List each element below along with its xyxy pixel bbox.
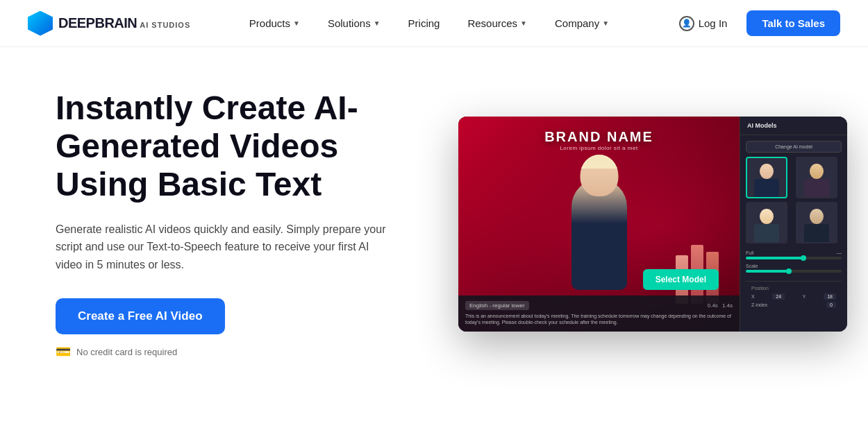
nav-products[interactable]: Products ▼ [238,12,311,35]
hero-description: Generate realistic AI videos quickly and… [56,221,389,274]
chevron-down-icon: ▼ [293,19,300,27]
talk-to-sales-button[interactable]: Talk to Sales [746,10,840,36]
position-section-title: Position [751,286,836,291]
logo-sub: AI STUDIOS [140,21,190,29]
select-model-button[interactable]: Select Model [643,269,719,290]
script-preview-text: This is an announcement about today's me… [465,313,733,327]
position-section: Position X 24 Y 18 Z-index 0 [746,281,842,314]
position-x-value: 24 [772,293,785,300]
model-thumb-2[interactable] [796,157,837,198]
logo-icon [28,11,53,36]
no-credit-card-notice: 💳 No credit card is required [56,344,417,359]
model-thumb-3[interactable] [746,202,787,243]
nav-company[interactable]: Company ▼ [544,12,620,35]
full-slider-row: Full — [746,250,842,259]
scale-slider-row: Scale [746,264,842,273]
scale-slider-track[interactable] [746,270,842,273]
nav-actions: 👤 Log In Talk to Sales [668,10,840,37]
navbar: DEEPBRAIN AI STUDIOS Products ▼ Solution… [0,0,868,47]
change-ai-model-button[interactable]: Change AI model [746,141,842,153]
login-button[interactable]: 👤 Log In [668,10,739,37]
chevron-down-icon: ▼ [602,19,609,27]
brand-name-overlay: BRAND NAME Lorem ipsum dolor sit a met [544,129,653,151]
video-bottom-bar: English - regular lower 0.4s 1.4s This i… [458,295,740,332]
hero-title: Instantly Create AI-Generated Videos Usi… [56,89,417,204]
logo: DEEPBRAIN AI STUDIOS [28,11,190,36]
language-label: English - regular lower [465,301,529,310]
nav-links: Products ▼ Solutions ▼ Pricing Resources… [238,12,620,35]
hero-screenshot: BRAND NAME Lorem ipsum dolor sit a met [458,117,847,332]
chevron-down-icon: ▼ [520,19,527,27]
ai-models-panel: AI Models Change AI model [740,117,847,332]
panel-title: AI Models [747,122,840,129]
nav-resources[interactable]: Resources ▼ [456,12,538,35]
model-thumb-4[interactable] [796,202,837,243]
credit-card-icon: 💳 [56,344,71,359]
hero-text: Instantly Create AI-Generated Videos Usi… [56,89,417,359]
time-display: 0.4s 1.4s [708,302,733,309]
model-grid [746,157,842,243]
brand-sub-text: Lorem ipsum dolor sit a met [544,145,653,151]
product-screenshot: BRAND NAME Lorem ipsum dolor sit a met [458,117,847,332]
brand-name-text: BRAND NAME [544,129,653,145]
user-icon: 👤 [679,16,694,31]
nav-pricing[interactable]: Pricing [397,12,451,35]
video-preview-area: BRAND NAME Lorem ipsum dolor sit a met [458,117,740,332]
ai-model-figure [558,179,641,304]
position-y-value: 18 [824,293,836,300]
create-free-video-button[interactable]: Create a Free AI Video [56,298,225,334]
sliders-section: Full — Scale [746,250,842,277]
z-index-value: 0 [826,302,836,308]
nav-solutions[interactable]: Solutions ▼ [317,12,392,35]
model-thumb-1[interactable] [746,157,787,198]
full-slider-track[interactable] [746,257,842,259]
hero-section: Instantly Create AI-Generated Videos Usi… [0,47,868,387]
chevron-down-icon: ▼ [374,19,381,27]
logo-brand: DEEPBRAIN [58,15,137,31]
